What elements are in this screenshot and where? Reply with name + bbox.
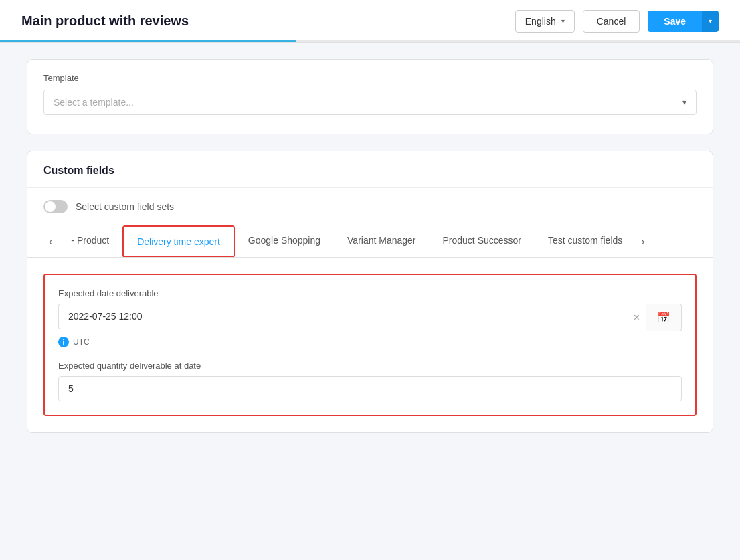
template-label: Template <box>43 73 697 83</box>
tab-test[interactable]: Test custom fields <box>535 225 636 257</box>
calendar-icon: 📅 <box>657 312 670 323</box>
page-header: Main product with reviews English ▾ Canc… <box>0 0 740 43</box>
custom-fields-header: Custom fields <box>27 151 713 188</box>
tab-content: Expected date deliverable × 📅 i <box>27 258 713 432</box>
language-dropdown[interactable]: English ▾ <box>515 10 575 33</box>
custom-field-sets-toggle[interactable] <box>43 200 68 213</box>
header-actions: English ▾ Cancel Save ▾ <box>515 10 719 33</box>
template-placeholder: Select a template... <box>54 97 134 108</box>
tabs-prev-button[interactable]: ‹ <box>43 236 58 247</box>
save-button-group: Save ▾ <box>648 11 719 32</box>
timezone-icon: i <box>58 337 69 347</box>
save-button[interactable]: Save <box>648 11 702 32</box>
quantity-input[interactable] <box>58 376 682 401</box>
custom-fields-card: Custom fields Select custom field sets ‹… <box>27 151 713 433</box>
tab-delivery[interactable]: Delivery time expert <box>122 225 235 257</box>
date-field-label: Expected date deliverable <box>58 288 682 298</box>
language-chevron-icon: ▾ <box>561 17 565 25</box>
date-field-group: Expected date deliverable × 📅 i <box>58 288 682 347</box>
tabs-container: ‹ - Product Delivery time expert Google … <box>27 225 713 258</box>
cancel-button[interactable]: Cancel <box>583 10 640 33</box>
date-input[interactable] <box>58 304 646 329</box>
active-tab-content: Expected date deliverable × 📅 i <box>43 274 697 416</box>
tabs-list: - Product Delivery time expert Google Sh… <box>58 225 636 257</box>
timezone-text: UTC <box>73 337 90 347</box>
quantity-field-label: Expected quantity deliverable at date <box>58 361 682 371</box>
template-chevron-icon: ▾ <box>682 98 686 107</box>
page-title: Main product with reviews <box>21 13 189 29</box>
calendar-button[interactable]: 📅 <box>646 304 682 331</box>
main-content: Template Select a template... ▾ Custom f… <box>0 43 740 465</box>
tab-variant[interactable]: Variant Manager <box>334 225 429 257</box>
tab-product[interactable]: - Product <box>58 225 122 257</box>
timezone-row: i UTC <box>58 337 682 347</box>
language-label: English <box>525 16 556 27</box>
template-select[interactable]: Select a template... ▾ <box>43 90 697 115</box>
custom-fields-title: Custom fields <box>43 165 697 177</box>
template-card: Template Select a template... ▾ <box>27 59 713 134</box>
quantity-field-group: Expected quantity deliverable at date <box>58 361 682 401</box>
tab-google[interactable]: Google Shopping <box>235 225 334 257</box>
toggle-row: Select custom field sets <box>27 188 713 225</box>
toggle-label: Select custom field sets <box>76 201 174 212</box>
save-dropdown-button[interactable]: ▾ <box>702 11 719 32</box>
template-section: Template Select a template... ▾ <box>27 60 713 134</box>
tab-successor[interactable]: Product Successor <box>430 225 535 257</box>
date-input-wrapper: × <box>58 304 646 331</box>
clear-date-button[interactable]: × <box>634 312 640 323</box>
tabs-next-button[interactable]: › <box>636 236 650 247</box>
date-input-row: × 📅 <box>58 304 682 331</box>
